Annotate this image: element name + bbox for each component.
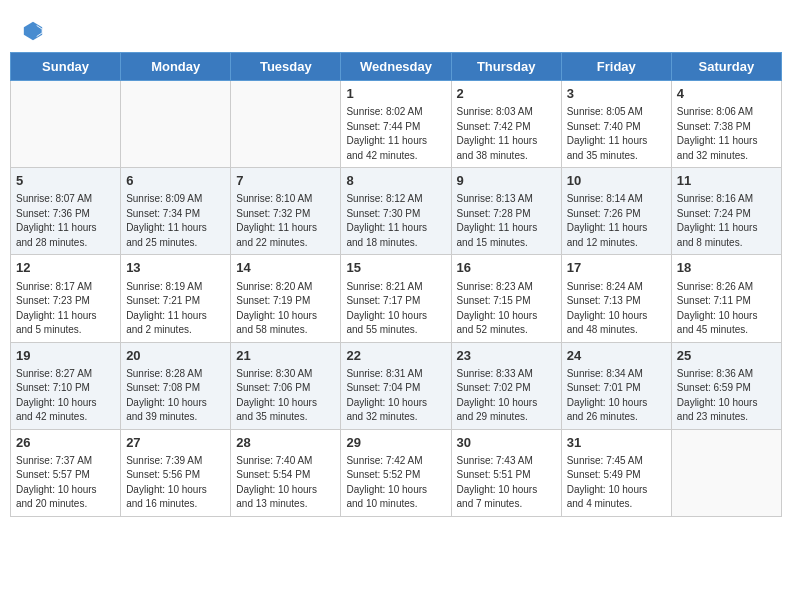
weekday-header: Thursday	[451, 53, 561, 81]
calendar-cell	[671, 429, 781, 516]
day-info: Sunrise: 7:39 AM Sunset: 5:56 PM Dayligh…	[126, 454, 225, 512]
day-number: 31	[567, 434, 666, 452]
calendar-cell: 25Sunrise: 8:36 AM Sunset: 6:59 PM Dayli…	[671, 342, 781, 429]
day-info: Sunrise: 8:24 AM Sunset: 7:13 PM Dayligh…	[567, 280, 666, 338]
day-info: Sunrise: 7:37 AM Sunset: 5:57 PM Dayligh…	[16, 454, 115, 512]
day-info: Sunrise: 8:33 AM Sunset: 7:02 PM Dayligh…	[457, 367, 556, 425]
day-info: Sunrise: 8:03 AM Sunset: 7:42 PM Dayligh…	[457, 105, 556, 163]
day-number: 23	[457, 347, 556, 365]
day-info: Sunrise: 8:20 AM Sunset: 7:19 PM Dayligh…	[236, 280, 335, 338]
day-info: Sunrise: 7:45 AM Sunset: 5:49 PM Dayligh…	[567, 454, 666, 512]
day-info: Sunrise: 8:28 AM Sunset: 7:08 PM Dayligh…	[126, 367, 225, 425]
day-info: Sunrise: 7:43 AM Sunset: 5:51 PM Dayligh…	[457, 454, 556, 512]
calendar-cell: 31Sunrise: 7:45 AM Sunset: 5:49 PM Dayli…	[561, 429, 671, 516]
day-info: Sunrise: 8:14 AM Sunset: 7:26 PM Dayligh…	[567, 192, 666, 250]
weekday-header: Wednesday	[341, 53, 451, 81]
weekday-header: Tuesday	[231, 53, 341, 81]
calendar-cell: 9Sunrise: 8:13 AM Sunset: 7:28 PM Daylig…	[451, 168, 561, 255]
weekday-header-row: SundayMondayTuesdayWednesdayThursdayFrid…	[11, 53, 782, 81]
day-number: 10	[567, 172, 666, 190]
calendar-week-row: 5Sunrise: 8:07 AM Sunset: 7:36 PM Daylig…	[11, 168, 782, 255]
calendar-cell: 13Sunrise: 8:19 AM Sunset: 7:21 PM Dayli…	[121, 255, 231, 342]
day-info: Sunrise: 7:42 AM Sunset: 5:52 PM Dayligh…	[346, 454, 445, 512]
day-info: Sunrise: 8:16 AM Sunset: 7:24 PM Dayligh…	[677, 192, 776, 250]
calendar-cell: 8Sunrise: 8:12 AM Sunset: 7:30 PM Daylig…	[341, 168, 451, 255]
weekday-header: Saturday	[671, 53, 781, 81]
day-number: 26	[16, 434, 115, 452]
calendar-week-row: 12Sunrise: 8:17 AM Sunset: 7:23 PM Dayli…	[11, 255, 782, 342]
day-number: 20	[126, 347, 225, 365]
day-info: Sunrise: 8:27 AM Sunset: 7:10 PM Dayligh…	[16, 367, 115, 425]
calendar-cell	[231, 81, 341, 168]
calendar-cell: 19Sunrise: 8:27 AM Sunset: 7:10 PM Dayli…	[11, 342, 121, 429]
day-info: Sunrise: 7:40 AM Sunset: 5:54 PM Dayligh…	[236, 454, 335, 512]
day-number: 8	[346, 172, 445, 190]
day-info: Sunrise: 8:13 AM Sunset: 7:28 PM Dayligh…	[457, 192, 556, 250]
calendar-cell: 18Sunrise: 8:26 AM Sunset: 7:11 PM Dayli…	[671, 255, 781, 342]
day-number: 11	[677, 172, 776, 190]
day-info: Sunrise: 8:02 AM Sunset: 7:44 PM Dayligh…	[346, 105, 445, 163]
calendar-cell: 28Sunrise: 7:40 AM Sunset: 5:54 PM Dayli…	[231, 429, 341, 516]
day-number: 15	[346, 259, 445, 277]
calendar-cell: 4Sunrise: 8:06 AM Sunset: 7:38 PM Daylig…	[671, 81, 781, 168]
calendar-cell: 11Sunrise: 8:16 AM Sunset: 7:24 PM Dayli…	[671, 168, 781, 255]
day-number: 28	[236, 434, 335, 452]
calendar-cell: 10Sunrise: 8:14 AM Sunset: 7:26 PM Dayli…	[561, 168, 671, 255]
calendar-cell: 29Sunrise: 7:42 AM Sunset: 5:52 PM Dayli…	[341, 429, 451, 516]
day-info: Sunrise: 8:05 AM Sunset: 7:40 PM Dayligh…	[567, 105, 666, 163]
weekday-header: Sunday	[11, 53, 121, 81]
calendar-cell: 30Sunrise: 7:43 AM Sunset: 5:51 PM Dayli…	[451, 429, 561, 516]
day-number: 5	[16, 172, 115, 190]
day-number: 7	[236, 172, 335, 190]
day-number: 2	[457, 85, 556, 103]
logo	[20, 20, 44, 42]
day-info: Sunrise: 8:26 AM Sunset: 7:11 PM Dayligh…	[677, 280, 776, 338]
day-number: 9	[457, 172, 556, 190]
calendar-cell: 7Sunrise: 8:10 AM Sunset: 7:32 PM Daylig…	[231, 168, 341, 255]
calendar: SundayMondayTuesdayWednesdayThursdayFrid…	[10, 52, 782, 517]
calendar-cell	[121, 81, 231, 168]
day-info: Sunrise: 8:21 AM Sunset: 7:17 PM Dayligh…	[346, 280, 445, 338]
calendar-cell: 5Sunrise: 8:07 AM Sunset: 7:36 PM Daylig…	[11, 168, 121, 255]
day-number: 6	[126, 172, 225, 190]
calendar-cell: 1Sunrise: 8:02 AM Sunset: 7:44 PM Daylig…	[341, 81, 451, 168]
weekday-header: Friday	[561, 53, 671, 81]
day-number: 27	[126, 434, 225, 452]
day-number: 14	[236, 259, 335, 277]
logo-icon	[22, 20, 44, 42]
calendar-cell	[11, 81, 121, 168]
day-number: 16	[457, 259, 556, 277]
day-number: 24	[567, 347, 666, 365]
day-number: 4	[677, 85, 776, 103]
calendar-cell: 6Sunrise: 8:09 AM Sunset: 7:34 PM Daylig…	[121, 168, 231, 255]
weekday-header: Monday	[121, 53, 231, 81]
calendar-cell: 16Sunrise: 8:23 AM Sunset: 7:15 PM Dayli…	[451, 255, 561, 342]
day-number: 13	[126, 259, 225, 277]
day-number: 25	[677, 347, 776, 365]
day-number: 1	[346, 85, 445, 103]
calendar-week-row: 1Sunrise: 8:02 AM Sunset: 7:44 PM Daylig…	[11, 81, 782, 168]
day-number: 22	[346, 347, 445, 365]
calendar-cell: 22Sunrise: 8:31 AM Sunset: 7:04 PM Dayli…	[341, 342, 451, 429]
day-info: Sunrise: 8:31 AM Sunset: 7:04 PM Dayligh…	[346, 367, 445, 425]
day-number: 17	[567, 259, 666, 277]
header	[10, 10, 782, 47]
day-number: 3	[567, 85, 666, 103]
calendar-cell: 24Sunrise: 8:34 AM Sunset: 7:01 PM Dayli…	[561, 342, 671, 429]
calendar-cell: 21Sunrise: 8:30 AM Sunset: 7:06 PM Dayli…	[231, 342, 341, 429]
day-number: 19	[16, 347, 115, 365]
calendar-cell: 14Sunrise: 8:20 AM Sunset: 7:19 PM Dayli…	[231, 255, 341, 342]
day-number: 30	[457, 434, 556, 452]
calendar-cell: 2Sunrise: 8:03 AM Sunset: 7:42 PM Daylig…	[451, 81, 561, 168]
day-info: Sunrise: 8:36 AM Sunset: 6:59 PM Dayligh…	[677, 367, 776, 425]
day-info: Sunrise: 8:17 AM Sunset: 7:23 PM Dayligh…	[16, 280, 115, 338]
calendar-week-row: 19Sunrise: 8:27 AM Sunset: 7:10 PM Dayli…	[11, 342, 782, 429]
calendar-cell: 27Sunrise: 7:39 AM Sunset: 5:56 PM Dayli…	[121, 429, 231, 516]
day-number: 29	[346, 434, 445, 452]
calendar-cell: 3Sunrise: 8:05 AM Sunset: 7:40 PM Daylig…	[561, 81, 671, 168]
day-info: Sunrise: 8:07 AM Sunset: 7:36 PM Dayligh…	[16, 192, 115, 250]
day-info: Sunrise: 8:10 AM Sunset: 7:32 PM Dayligh…	[236, 192, 335, 250]
calendar-cell: 12Sunrise: 8:17 AM Sunset: 7:23 PM Dayli…	[11, 255, 121, 342]
day-info: Sunrise: 8:34 AM Sunset: 7:01 PM Dayligh…	[567, 367, 666, 425]
day-number: 21	[236, 347, 335, 365]
